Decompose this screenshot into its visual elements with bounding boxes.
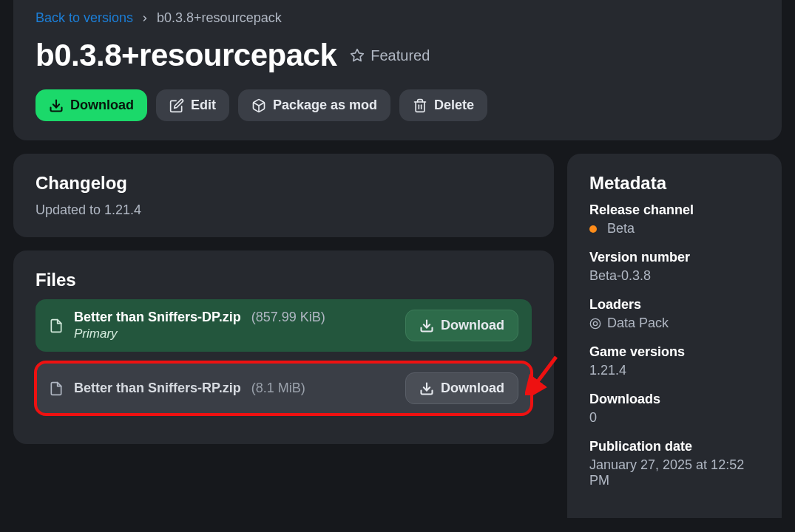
downloads-label: Downloads xyxy=(589,392,760,407)
changelog-panel: Changelog Updated to 1.21.4 xyxy=(13,154,554,237)
file-download-button[interactable]: Download xyxy=(405,372,518,404)
loaders-value: Data Pack xyxy=(607,316,669,331)
publication-date-value: January 27, 2025 at 12:52 PM xyxy=(589,457,760,488)
game-versions-label: Game versions xyxy=(589,344,760,360)
release-channel-value: Beta xyxy=(607,221,635,236)
loaders-label: Loaders xyxy=(589,297,760,313)
package-button-label: Package as mod xyxy=(273,98,377,113)
version-number-label: Version number xyxy=(589,250,760,265)
edit-icon xyxy=(169,98,184,113)
svg-marker-0 xyxy=(351,50,364,61)
file-row-highlighted: Better than Sniffers-RP.zip (8.1 MiB) Do… xyxy=(35,362,532,415)
download-icon xyxy=(49,98,64,113)
delete-button-label: Delete xyxy=(434,98,474,113)
game-versions-value: 1.21.4 xyxy=(589,363,760,378)
file-icon xyxy=(49,318,64,333)
edit-button-label: Edit xyxy=(191,98,216,113)
download-icon xyxy=(419,318,434,333)
version-number-value: Beta-0.3.8 xyxy=(589,268,760,284)
changelog-heading: Changelog xyxy=(35,173,532,194)
file-name: Better than Sniffers-DP.zip xyxy=(74,310,241,325)
chevron-right-icon xyxy=(141,14,149,23)
file-icon xyxy=(49,381,64,396)
package-button[interactable]: Package as mod xyxy=(238,89,390,121)
delete-button[interactable]: Delete xyxy=(399,89,487,121)
file-download-label: Download xyxy=(441,318,504,333)
file-row-primary: Better than Sniffers-DP.zip (857.99 KiB)… xyxy=(35,299,532,352)
page-title: b0.3.8+resourcepack xyxy=(35,38,336,73)
featured-badge: Featured xyxy=(350,47,430,64)
version-header: Back to versions b0.3.8+resourcepack b0.… xyxy=(13,0,782,140)
loader-icon xyxy=(589,318,601,330)
action-bar: Download Edit Package as mod Delete xyxy=(35,89,760,121)
file-primary-tag: Primary xyxy=(74,327,395,341)
downloads-value: 0 xyxy=(589,410,760,426)
package-icon xyxy=(251,98,266,113)
file-size: (857.99 KiB) xyxy=(251,310,325,325)
release-channel-label: Release channel xyxy=(589,202,760,218)
publication-date-label: Publication date xyxy=(589,439,760,454)
download-button[interactable]: Download xyxy=(35,89,147,121)
file-name: Better than Sniffers-RP.zip xyxy=(74,381,241,396)
files-heading: Files xyxy=(35,270,532,290)
edit-button[interactable]: Edit xyxy=(156,89,229,121)
star-icon xyxy=(350,48,365,63)
file-size: (8.1 MiB) xyxy=(251,381,305,396)
back-link[interactable]: Back to versions xyxy=(35,10,133,26)
changelog-text: Updated to 1.21.4 xyxy=(35,202,532,218)
svg-point-8 xyxy=(593,321,597,325)
file-download-button[interactable]: Download xyxy=(405,310,518,341)
breadcrumb: Back to versions b0.3.8+resourcepack xyxy=(35,10,760,26)
trash-icon xyxy=(413,98,427,113)
beta-dot-icon xyxy=(589,225,597,233)
svg-point-7 xyxy=(590,318,600,328)
metadata-heading: Metadata xyxy=(589,173,760,194)
download-button-label: Download xyxy=(70,98,134,113)
featured-label: Featured xyxy=(371,47,430,64)
metadata-panel: Metadata Release channel Beta Version nu… xyxy=(567,154,782,518)
download-icon xyxy=(419,381,434,396)
breadcrumb-current: b0.3.8+resourcepack xyxy=(157,10,282,26)
file-download-label: Download xyxy=(441,381,504,396)
files-panel: Files Better than Sniffers-DP.zip (857.9… xyxy=(13,250,554,444)
